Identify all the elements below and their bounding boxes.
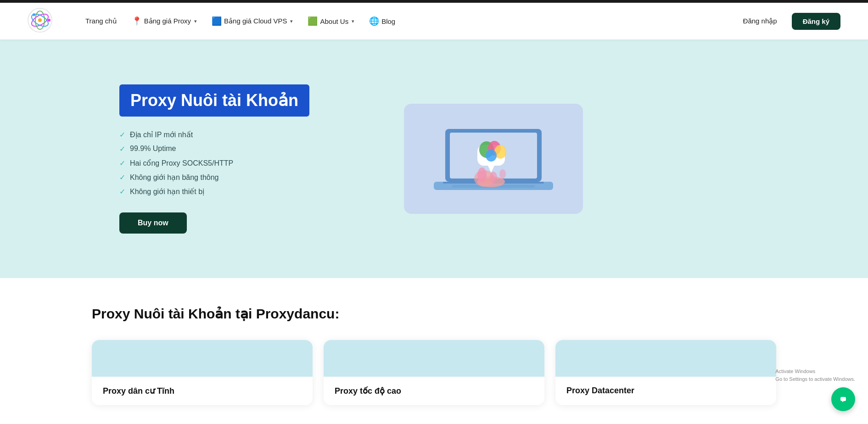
svg-point-6 xyxy=(33,13,35,16)
feature-item-3: ✓ Hai cổng Proxy SOCKS5/HTTP xyxy=(119,159,386,167)
nav-label-bang-gia-cloud-vps: Bảng giá Cloud VPS xyxy=(224,17,287,25)
svg-point-21 xyxy=(490,172,497,183)
login-button[interactable]: Đăng nhập xyxy=(734,13,786,29)
hero-content: Proxy Nuôi tài Khoản ✓ Địa chỉ IP mới nh… xyxy=(119,84,386,234)
card-top-2 xyxy=(324,340,544,377)
check-icon-1: ✓ xyxy=(119,130,125,139)
card-proxy-datacenter[interactable]: Proxy Datacenter xyxy=(555,340,776,405)
cards-row: Proxy dân cư Tĩnh Proxy tốc độ cao Proxy… xyxy=(92,340,776,405)
windows-watermark: Activate Windows Go to Settings to activ… xyxy=(775,368,855,383)
nav-actions: Đăng nhập Đăng ký xyxy=(734,13,840,30)
feature-item-1: ✓ Địa chỉ IP mới nhất xyxy=(119,130,386,139)
check-icon-4: ✓ xyxy=(119,173,125,182)
card-title-1: Proxy dân cư Tĩnh xyxy=(103,386,302,396)
card-title-3: Proxy Datacenter xyxy=(566,386,765,396)
nav-item-about-us[interactable]: 🟩 About Us ▾ xyxy=(302,12,360,30)
feature-text-2: 99.9% Uptime xyxy=(130,145,176,153)
feature-text-5: Không giới hạn thiết bị xyxy=(130,187,204,196)
navbar: Trang chủ 📍 Bảng giá Proxy ▾ 🟦 Bảng giá … xyxy=(0,3,868,39)
hero-title: Proxy Nuôi tài Khoản xyxy=(130,91,298,110)
main-section: Proxy Nuôi tài Khoản tại Proxydancu: Pro… xyxy=(0,278,868,424)
nav-item-bang-gia-proxy[interactable]: 📍 Bảng giá Proxy ▾ xyxy=(126,12,202,30)
nav-label-trang-chu: Trang chủ xyxy=(85,17,117,25)
proxy-icon: 📍 xyxy=(132,16,142,26)
nav-item-trang-chu[interactable]: Trang chủ xyxy=(80,13,123,29)
chevron-down-icon: ▾ xyxy=(194,18,197,24)
chevron-down-icon-3: ▾ xyxy=(352,18,354,24)
card-proxy-toc-do-cao[interactable]: Proxy tốc độ cao xyxy=(324,340,544,405)
nav-label-bang-gia-proxy: Bảng giá Proxy xyxy=(144,17,191,25)
card-top-3 xyxy=(555,340,776,377)
chat-bubble-button[interactable] xyxy=(831,387,855,411)
card-proxy-dan-cu-tinh[interactable]: Proxy dân cư Tĩnh xyxy=(92,340,313,405)
logo[interactable] xyxy=(28,8,52,34)
hero-title-box: Proxy Nuôi tài Khoản xyxy=(119,84,309,117)
feature-item-4: ✓ Không giới hạn băng thông xyxy=(119,173,386,182)
svg-point-5 xyxy=(48,19,50,22)
nav-label-blog: Blog xyxy=(381,17,395,25)
feature-item-5: ✓ Không giới hạn thiết bị xyxy=(119,187,386,196)
feature-text-1: Địa chỉ IP mới nhất xyxy=(130,130,193,139)
svg-point-4 xyxy=(38,18,42,22)
svg-point-20 xyxy=(477,167,487,182)
hero-illustration xyxy=(404,104,583,214)
section-title: Proxy Nuôi tài Khoản tại Proxydancu: xyxy=(92,306,776,322)
about-us-icon: 🟩 xyxy=(308,16,318,26)
nav-links: Trang chủ 📍 Bảng giá Proxy ▾ 🟦 Bảng giá … xyxy=(80,12,734,30)
feature-text-4: Không giới hạn băng thông xyxy=(130,173,218,182)
svg-point-19 xyxy=(486,150,497,162)
cloud-vps-icon: 🟦 xyxy=(212,16,222,26)
nav-label-about-us: About Us xyxy=(320,17,348,25)
blog-icon: 🌐 xyxy=(369,16,379,26)
register-button[interactable]: Đăng ký xyxy=(792,13,840,30)
card-title-2: Proxy tốc độ cao xyxy=(335,386,533,396)
check-icon-5: ✓ xyxy=(119,187,125,196)
buy-now-button[interactable]: Buy now xyxy=(119,212,187,234)
watermark-line-1: Activate Windows xyxy=(775,368,855,375)
check-icon-2: ✓ xyxy=(119,145,125,153)
card-bottom-1: Proxy dân cư Tĩnh xyxy=(92,377,313,405)
check-icon-3: ✓ xyxy=(119,159,125,167)
watermark-line-2: Go to Settings to activate Windows. xyxy=(775,375,855,383)
feature-item-2: ✓ 99.9% Uptime xyxy=(119,145,386,153)
feature-text-3: Hai cổng Proxy SOCKS5/HTTP xyxy=(130,159,233,167)
nav-item-blog[interactable]: 🌐 Blog xyxy=(364,12,401,30)
hero-features-list: ✓ Địa chỉ IP mới nhất ✓ 99.9% Uptime ✓ H… xyxy=(119,130,386,196)
chevron-down-icon-2: ▾ xyxy=(290,18,293,24)
svg-point-22 xyxy=(499,169,506,179)
card-top-1 xyxy=(92,340,313,377)
card-bottom-3: Proxy Datacenter xyxy=(555,377,776,405)
hero-section: Proxy Nuôi tài Khoản ✓ Địa chỉ IP mới nh… xyxy=(0,39,868,278)
card-bottom-2: Proxy tốc độ cao xyxy=(324,377,544,405)
nav-item-bang-gia-cloud-vps[interactable]: 🟦 Bảng giá Cloud VPS ▾ xyxy=(206,12,298,30)
